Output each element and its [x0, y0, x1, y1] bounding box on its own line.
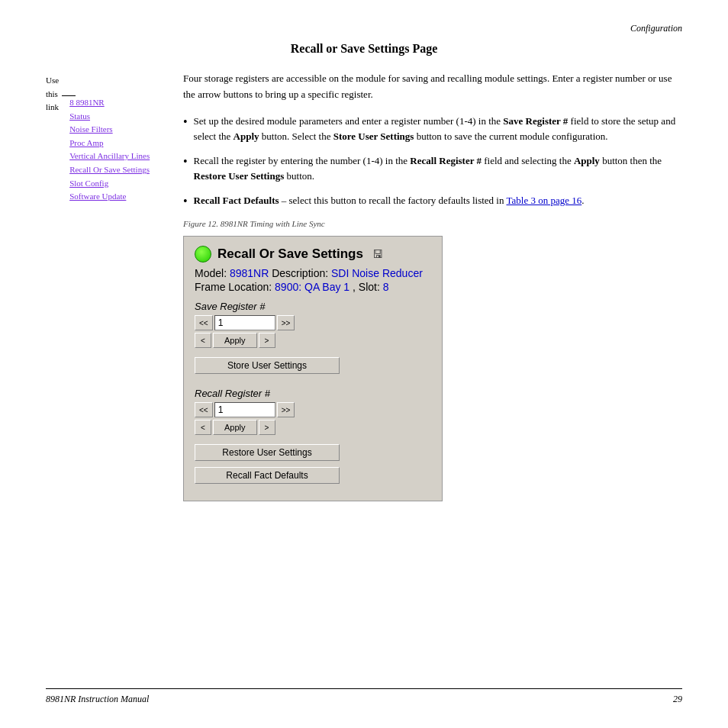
bullet-list: • Set up the desired module parameters a… [183, 114, 682, 209]
save-register-top-row: << >> [195, 315, 431, 330]
recall-double-right-button[interactable]: >> [277, 402, 295, 417]
bullet-text-3: Recall Fact Defaults – select this butto… [194, 193, 585, 208]
recall-register-label: Recall Register # [195, 388, 431, 399]
footer-right: 29 [673, 694, 682, 705]
sidebar-link-8981nr[interactable]: 8 8981NR [69, 96, 150, 110]
recall-double-left-button[interactable]: << [195, 402, 213, 417]
slot-value: 8 [383, 281, 389, 293]
recall-left-button[interactable]: < [195, 420, 211, 435]
sidebar-link-status[interactable]: Status [69, 110, 150, 124]
status-icon [195, 246, 211, 263]
description-value: SDI Noise Reducer [331, 267, 423, 279]
widget-title: Recall Or Save Settings [217, 246, 363, 262]
bullet-dot: • [183, 195, 188, 208]
list-item: • Recall Fact Defaults – select this but… [183, 193, 682, 208]
store-user-settings-button[interactable]: Store User Settings [195, 357, 340, 374]
ui-widget: Recall Or Save Settings 🖫 Model: 8981NR … [183, 236, 443, 501]
sidebar-link-recall-save[interactable]: Recall Or Save Settings [69, 163, 150, 177]
bullet-text-1: Set up the desired module parameters and… [194, 114, 682, 144]
bullet-text-2: Recall the register by entering the numb… [194, 153, 682, 184]
table-link[interactable]: Table 3 on page 16 [507, 195, 582, 206]
bullet-dot: • [183, 156, 188, 168]
footer-left: 8981NR Instruction Manual [46, 694, 149, 705]
sidebar: Usethislink 8 8981NR Status Noise Filter… [46, 71, 168, 501]
restore-user-settings-button[interactable]: Restore User Settings [195, 444, 340, 461]
recall-right-button[interactable]: > [259, 420, 275, 435]
footer: 8981NR Instruction Manual 29 [46, 688, 682, 705]
list-item: • Set up the desired module parameters a… [183, 114, 682, 144]
model-value: 8981NR [230, 267, 269, 279]
description-label: Description: [272, 267, 331, 279]
main-content: Four storage registers are accessible on… [183, 71, 682, 501]
save-right-button[interactable]: > [259, 333, 275, 348]
recall-register-top-row: << >> [195, 402, 431, 417]
frame-line: Frame Location: 8900: QA Bay 1 , Slot: 8 [195, 281, 431, 293]
header-section: Configuration [46, 23, 682, 34]
save-icon: 🖫 [372, 248, 383, 260]
sidebar-link-noise-filters[interactable]: Noise Filters [69, 123, 150, 137]
save-double-left-button[interactable]: << [195, 315, 213, 330]
save-register-bottom-row: < Apply > [195, 333, 431, 348]
page-title: Recall or Save Settings Page [46, 42, 682, 56]
model-label: Model: [195, 267, 227, 279]
list-item: • Recall the register by entering the nu… [183, 153, 682, 184]
recall-register-input[interactable] [214, 402, 275, 417]
use-this-label: Usethislink [46, 74, 59, 114]
frame-location: 8900: QA Bay 1 [275, 281, 350, 293]
sidebar-link-vertical-ancillary[interactable]: Vertical Ancillary Lines [69, 150, 150, 163]
save-register-input[interactable] [214, 315, 275, 330]
save-register-section: Save Register # << >> < Apply > [195, 301, 431, 348]
save-left-button[interactable]: < [195, 333, 211, 348]
recall-register-section: Recall Register # << >> < Apply > [195, 388, 431, 435]
sidebar-link-software-update[interactable]: Software Update [69, 190, 150, 204]
slot-label: , Slot: [353, 281, 383, 293]
recall-register-bottom-row: < Apply > [195, 420, 431, 435]
recall-apply-button[interactable]: Apply [213, 420, 257, 435]
sidebar-link-proc-amp[interactable]: Proc Amp [69, 137, 150, 150]
save-double-right-button[interactable]: >> [277, 315, 295, 330]
bullet-dot: • [183, 116, 188, 128]
widget-header: Recall Or Save Settings 🖫 [195, 246, 431, 263]
sidebar-nav: 8 8981NR Status Noise Filters Proc Amp V… [69, 96, 150, 204]
sidebar-link-slot-config[interactable]: Slot Config [69, 177, 150, 191]
model-line: Model: 8981NR Description: SDI Noise Red… [195, 267, 431, 279]
frame-label: Frame Location: [195, 281, 272, 293]
figure-caption: Figure 12. 8981NR Timing with Line Sync [183, 219, 682, 228]
intro-text: Four storage registers are accessible on… [183, 71, 682, 103]
save-apply-button[interactable]: Apply [213, 333, 257, 348]
save-register-label: Save Register # [195, 301, 431, 312]
recall-fact-defaults-button[interactable]: Recall Fact Defaults [195, 467, 340, 484]
